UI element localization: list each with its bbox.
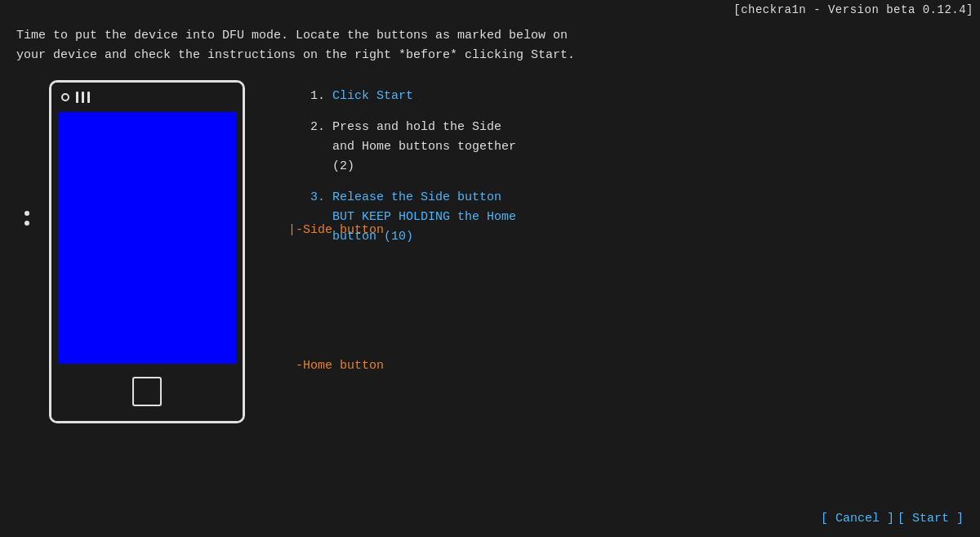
phone-camera-icon <box>61 93 69 101</box>
instruction-step2: 2. Press and hold the Side and Home butt… <box>310 118 964 177</box>
start-button[interactable]: [ Start ] <box>898 512 964 526</box>
speaker-line-2 <box>82 92 84 103</box>
phone-section: |-Side button -Home button <box>16 80 278 497</box>
phone-wrapper: |-Side button -Home button <box>49 80 245 423</box>
description-text: Time to put the device into DFU mode. Lo… <box>16 26 964 65</box>
side-dot-2 <box>24 221 29 226</box>
speaker-line-3 <box>87 92 90 103</box>
phone-bottom <box>51 364 243 421</box>
side-button-label: |-Side button <box>288 223 384 237</box>
phone-top-bar <box>51 83 243 112</box>
instruction-step3: 3. Release the Side button BUT KEEP HOLD… <box>310 188 964 247</box>
step3-number: 3. <box>310 190 325 204</box>
instruction-step1: 1. Click Start <box>310 87 964 106</box>
step2-line1: Press and hold the Side and Home buttons… <box>310 120 516 173</box>
step1-text: Click Start <box>332 89 413 103</box>
phone-frame <box>49 80 245 423</box>
step2-number: 2. <box>310 120 325 134</box>
speaker-line-1 <box>76 92 78 103</box>
phone-screen <box>58 112 236 364</box>
phone-speaker-icon <box>76 92 90 103</box>
step1-number: 1. <box>310 89 325 103</box>
cancel-button[interactable]: [ Cancel ] <box>821 512 894 526</box>
side-button-indicator <box>24 211 29 226</box>
instructions-section: 1. Click Start 2. Press and hold the Sid… <box>310 80 964 497</box>
home-button-icon <box>132 377 162 406</box>
bottom-bar: [ Cancel ] [ Start ] <box>0 505 980 537</box>
title-bar: [checkra1n - Version beta 0.12.4] <box>0 0 980 16</box>
home-button-label: -Home button <box>296 359 384 373</box>
main-content: Time to put the device into DFU mode. Lo… <box>0 16 980 505</box>
side-dot-1 <box>24 211 29 216</box>
app-container: [checkra1n - Version beta 0.12.4] Time t… <box>0 0 980 537</box>
title-text: [checkra1n - Version beta 0.12.4] <box>733 3 980 16</box>
content-area: |-Side button -Home button 1. Click Star… <box>16 80 964 497</box>
